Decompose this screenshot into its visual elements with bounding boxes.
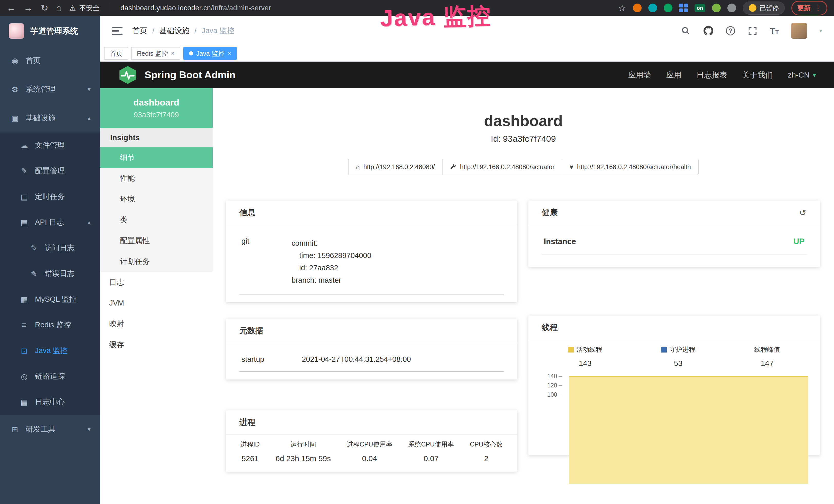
breadcrumb-infra[interactable]: 基础设施 bbox=[159, 26, 189, 36]
close-icon[interactable]: × bbox=[171, 50, 175, 57]
process-stat: 进程ID 5261 bbox=[240, 440, 260, 463]
sidebar-item-label: 日志中心 bbox=[35, 397, 65, 407]
sba-nav-about[interactable]: 关于我们 bbox=[742, 70, 773, 81]
gear-icon: ⚙ bbox=[9, 85, 21, 94]
avatar-caret-icon[interactable]: ▾ bbox=[819, 27, 822, 34]
browser-forward-icon[interactable]: → bbox=[24, 3, 33, 13]
sidebar-item-system[interactable]: ⚙ 系统管理 ▾ bbox=[0, 75, 100, 104]
address-bar[interactable]: dashboard.yudao.iocoder.cn/infra/admin-s… bbox=[120, 4, 271, 12]
language-selector[interactable]: zh-CN ▾ bbox=[788, 71, 816, 79]
actuator-url-button[interactable]: http://192.168.0.2:48080/actuator bbox=[443, 159, 562, 175]
tab-java-monitor[interactable]: Java 监控 × bbox=[183, 47, 237, 60]
chevron-down-icon: ▾ bbox=[813, 71, 816, 79]
breadcrumb-separator: / bbox=[194, 27, 197, 35]
sba-item-scheduled-tasks[interactable]: 计划任务 bbox=[100, 251, 213, 272]
sba-item-classes[interactable]: 类 bbox=[100, 209, 213, 230]
sidebar-item-mysql-monitor[interactable]: ▦ MySQL 监控 bbox=[0, 287, 100, 312]
collapse-sidebar-icon[interactable] bbox=[112, 27, 123, 35]
sidebar-item-label: 访问日志 bbox=[45, 243, 74, 253]
chevron-up-icon: ▴ bbox=[88, 219, 91, 226]
browser-home-icon[interactable]: ⌂ bbox=[56, 3, 62, 13]
process-stat: CPU核心数 2 bbox=[470, 440, 503, 463]
sba-item-jvm[interactable]: JVM bbox=[100, 293, 213, 314]
extension-icon[interactable] bbox=[633, 4, 642, 12]
smiley-icon bbox=[749, 4, 756, 12]
extension-icon[interactable] bbox=[664, 4, 673, 12]
security-chip[interactable]: ⚠ 不安全 bbox=[69, 4, 100, 13]
legend-peak-threads: 线程峰值 147 bbox=[754, 345, 780, 368]
screen-icon: ⊡ bbox=[19, 346, 30, 356]
insights-section-label: Insights bbox=[100, 128, 213, 147]
tab-home[interactable]: 首页 bbox=[104, 47, 128, 60]
avatar[interactable] bbox=[791, 23, 807, 39]
tab-redis-monitor[interactable]: Redis 监控 × bbox=[131, 47, 180, 60]
sidebar-item-error-logs[interactable]: ✎ 错误日志 bbox=[0, 261, 100, 287]
sba-nav-journal[interactable]: 日志报表 bbox=[696, 70, 727, 81]
sidebar-item-api-logs[interactable]: ▤ API 日志 ▴ bbox=[0, 209, 100, 235]
sba-brand[interactable]: Spring Boot Admin bbox=[118, 65, 236, 85]
sidebar-submenu-infra: ☁ 文件管理 ✎ 配置管理 ▤ 定时任务 ▤ API 日志 ▴ ✎ 访问日志 ✎ bbox=[0, 133, 100, 415]
help-icon[interactable]: ? bbox=[726, 26, 735, 36]
fullscreen-icon[interactable] bbox=[747, 26, 758, 36]
threads-chart: 140 120 100 bbox=[528, 373, 820, 455]
sidebar-item-scheduled-tasks[interactable]: ▤ 定时任务 bbox=[0, 184, 100, 209]
sba-item-metrics[interactable]: 性能 bbox=[100, 168, 213, 189]
sidebar-item-dev-tools[interactable]: ⊞ 研发工具 ▾ bbox=[0, 415, 100, 444]
app-logo-row[interactable]: 芋道管理系统 bbox=[0, 16, 100, 46]
sba-item-config-props[interactable]: 配置属性 bbox=[100, 230, 213, 251]
sba-item-logs[interactable]: 日志 bbox=[100, 272, 213, 293]
browser-back-icon[interactable]: ← bbox=[7, 3, 16, 13]
sidebar-item-java-monitor[interactable]: ⊡ Java 监控 bbox=[0, 338, 100, 364]
eye-icon: ◎ bbox=[19, 372, 30, 381]
sba-item-caches[interactable]: 缓存 bbox=[100, 334, 213, 355]
update-button[interactable]: 更新 ⋮ bbox=[791, 1, 827, 16]
bookmark-star-icon[interactable]: ☆ bbox=[618, 3, 626, 13]
active-tab-dot bbox=[189, 51, 193, 55]
sidebar-item-label: 首页 bbox=[26, 55, 41, 66]
home-icon: ⌂ bbox=[356, 163, 360, 171]
annotation-java-monitor: Java 监控 bbox=[380, 0, 491, 34]
sidebar-item-access-logs[interactable]: ✎ 访问日志 bbox=[0, 235, 100, 261]
sidebar-item-log-center[interactable]: ▤ 日志中心 bbox=[0, 389, 100, 415]
github-icon[interactable] bbox=[703, 26, 714, 36]
paused-badge[interactable]: 已暂停 bbox=[743, 2, 785, 15]
document-icon: ▤ bbox=[19, 398, 30, 407]
process-stat: 进程CPU使用率 0.04 bbox=[347, 440, 393, 463]
sba-nav-wall[interactable]: 应用墙 bbox=[628, 70, 651, 81]
sidebar-item-config-manage[interactable]: ✎ 配置管理 bbox=[0, 158, 100, 184]
font-size-icon[interactable]: TT bbox=[770, 26, 779, 36]
extension-grid-icon[interactable] bbox=[679, 4, 688, 12]
chevron-down-icon: ▾ bbox=[88, 86, 91, 93]
instance-header[interactable]: dashboard 93a3fc7f7409 bbox=[100, 88, 213, 128]
sba-item-details[interactable]: 细节 bbox=[100, 147, 213, 168]
app-title: 芋道管理系统 bbox=[30, 26, 78, 37]
sidebar-item-file-manage[interactable]: ☁ 文件管理 bbox=[0, 133, 100, 158]
extension-leaf-icon[interactable] bbox=[712, 4, 721, 12]
instance-links: ⌂ http://192.168.0.2:48080/ http://192.1… bbox=[213, 159, 834, 175]
sidebar-item-home[interactable]: ◉ 首页 bbox=[0, 46, 100, 75]
warning-icon: ⚠ bbox=[69, 4, 76, 12]
browser-reload-icon[interactable]: ↻ bbox=[41, 3, 48, 13]
sidebar-item-infra[interactable]: ▣ 基础设施 ▴ bbox=[0, 104, 100, 133]
breadcrumb-home[interactable]: 首页 bbox=[132, 26, 147, 36]
instance-id: 93a3fc7f7409 bbox=[134, 111, 179, 119]
sidebar-item-tracing[interactable]: ◎ 链路追踪 bbox=[0, 364, 100, 389]
sba-item-environment[interactable]: 环境 bbox=[100, 189, 213, 209]
cards-grid: 信息 git commit: time: 1596289704000 id: 2… bbox=[226, 201, 820, 472]
service-url: http://192.168.0.2:48080/ bbox=[364, 163, 435, 171]
sidebar-item-redis-monitor[interactable]: ≡ Redis 监控 bbox=[0, 312, 100, 338]
service-url-button[interactable]: ⌂ http://192.168.0.2:48080/ bbox=[348, 159, 443, 175]
extension-on-badge[interactable]: on bbox=[695, 4, 705, 12]
browser-menu-icon[interactable]: ⋮ bbox=[815, 4, 821, 12]
close-icon[interactable]: × bbox=[227, 50, 231, 57]
search-icon[interactable] bbox=[681, 26, 691, 36]
history-icon[interactable]: ↺ bbox=[799, 207, 807, 218]
health-url-button[interactable]: ♥ http://192.168.0.2:48080/actuator/heal… bbox=[562, 159, 699, 175]
threads-card: 线程 活动线程 143 bbox=[528, 316, 820, 455]
extension-icon[interactable] bbox=[648, 4, 657, 12]
sba-nav: 应用墙 应用 日志报表 关于我们 zh-CN ▾ bbox=[628, 70, 816, 81]
sba-item-mappings[interactable]: 映射 bbox=[100, 314, 213, 334]
sba-nav-applications[interactable]: 应用 bbox=[666, 70, 681, 81]
chevron-up-icon: ▴ bbox=[88, 115, 91, 122]
extensions-puzzle-icon[interactable] bbox=[727, 4, 736, 12]
